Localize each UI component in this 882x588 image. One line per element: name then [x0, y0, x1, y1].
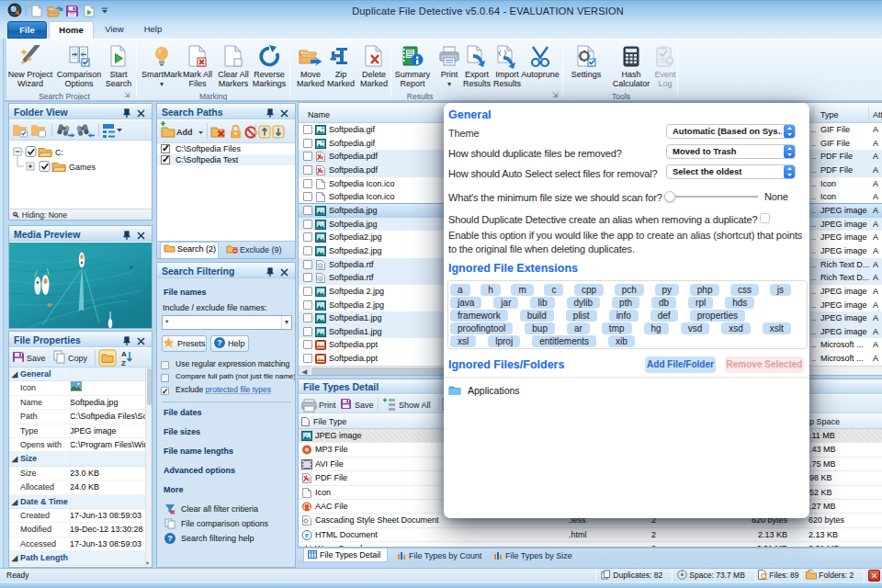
svg-text:C:: C:	[55, 148, 63, 157]
svg-text:Save: Save	[355, 401, 374, 410]
svg-text:?: ?	[167, 534, 173, 543]
svg-text:Games: Games	[69, 163, 96, 172]
svg-text:A: A	[121, 350, 127, 358]
svg-text:e: e	[305, 532, 309, 538]
svg-text:Show All: Show All	[399, 401, 431, 410]
svg-text:Print: Print	[319, 401, 336, 410]
svg-text:Copy: Copy	[68, 354, 88, 363]
svg-text:Z: Z	[121, 359, 126, 368]
svg-text:Add: Add	[176, 128, 193, 137]
svg-text:Save: Save	[27, 354, 46, 363]
svg-text:?: ?	[218, 338, 223, 347]
